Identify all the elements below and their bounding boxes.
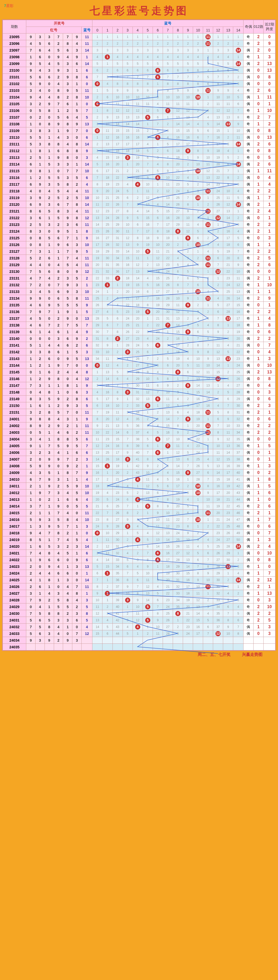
cell-trend-miss: 23 [112,181,123,188]
cell-trend-miss: 8 [223,174,233,181]
cell-trend-miss: 9 [153,235,163,242]
cell-trend-miss: 3 [173,630,183,637]
cell-trend-miss: 7 [163,369,173,375]
cell-trend-miss: 4 [223,148,233,154]
cell-trend-miss: 16 [92,469,103,476]
cell-trend-miss: 23 [173,523,183,530]
cell-trend-miss: 6 [203,127,213,134]
cell-trend-miss: 2 [92,141,103,148]
cell-qi: 奇 [243,148,253,154]
cell-trend-miss: 14 [193,382,203,389]
cell-qi: 偶 [243,81,253,87]
cell-issue: 24021 [3,550,26,557]
cell-trend-miss: 21 [163,248,173,255]
cell-012 [253,637,264,644]
cell-trend-miss: 7 [142,355,153,362]
cell-012: 0 [253,100,264,107]
cell-red: 9 [63,315,72,322]
cell-red: 2 [63,94,72,100]
cell-trend-miss: 18 [133,302,142,309]
cell-qi: 奇 [243,570,253,577]
cell-red: 9 [63,402,72,409]
cell-trend-miss: 1 [92,134,103,141]
cell-red: 1 [72,81,82,87]
cell-trend-miss: 1 [103,597,112,603]
cell-red: 4 [63,490,72,496]
cell-trend-miss: 5 [223,349,233,355]
cell-red: 3 [63,416,72,422]
table-row: 2310702056452913131356113133413138奇27 [3,114,275,121]
cell-trend-miss: 40 [112,603,123,610]
cell-trend-miss: 12 [153,530,163,536]
cell-red: 6 [26,201,36,208]
cell-trend-miss: 8 [233,255,243,261]
cell-trend-miss: 24 [233,362,243,369]
cell-trend-miss: 19 [103,409,112,416]
cell-trend-hit: 3 [123,154,133,161]
cell-red: 4 [44,47,54,54]
cell-blue: 1 [82,54,92,60]
cell-issue: 23109 [3,127,26,134]
cell-trend-miss: 3 [163,342,173,349]
cell-trend-miss: 11 [103,355,112,362]
cell-trend-miss: 9 [163,503,173,510]
cell-qi: 偶 [243,543,253,550]
hdr-trend-12: 12 [213,27,223,33]
cell-trend-hit: 12 [213,630,223,637]
cell-trend-miss: 36 [112,577,123,583]
cell-trend-miss: 9 [233,121,243,127]
cell-span: 7 [264,194,275,201]
cell-red: 5 [35,315,44,322]
cell-blue: 10 [82,94,92,100]
cell-012: 0 [253,389,264,396]
cell-trend-miss: 9 [103,114,112,121]
cell-qi: 奇 [243,456,253,463]
cell-trend-miss: 12 [92,442,103,449]
cell-red: 2 [54,221,63,228]
cell-qi: 奇 [243,603,253,610]
cell-trend-miss: 10 [92,429,103,436]
cell-red: 7 [63,322,72,329]
cell-trend-miss: 17 [133,295,142,302]
cell-012: 0 [253,375,264,382]
cell-red: 8 [72,201,82,208]
cell-trend-miss: 5 [193,228,203,235]
cell-span: 1 [264,409,275,416]
cell-trend-miss: 12 [133,261,142,268]
cell-trend-miss: 7 [193,563,203,570]
cell-012: 1 [253,476,264,483]
cell-red: 4 [54,342,63,349]
cell-trend-miss: 1 [153,442,163,449]
cell-trend-miss: 7 [123,201,133,208]
cell-trend-miss: 23 [92,282,103,288]
cell-blue: 11 [82,409,92,416]
cell-trend-miss: 8 [112,329,123,335]
cell-trend-miss: 23 [103,208,112,215]
cell-trend-miss: 6 [193,282,203,288]
cell-trend-miss: 15 [92,630,103,637]
cell-red: 2 [63,107,72,114]
cell-012: 1 [253,516,264,523]
cell-trend-miss: 12 [173,309,183,315]
cell-trend-miss: 8 [193,570,203,577]
cell-trend-miss: 18 [213,496,223,503]
cell-red: 2 [63,543,72,550]
cell-trend-miss: 17 [92,242,103,248]
cell-red: 9 [35,463,44,469]
cell-trend-miss: 2 [233,590,243,597]
cell-trend-miss: 8 [223,409,233,416]
cell-trend-miss: 18 [112,148,123,154]
cell-issue: 23126 [3,242,26,248]
cell-red: 7 [72,168,82,174]
cell-trend-miss: 3 [223,375,233,382]
cell-trend-miss: 10 [112,94,123,100]
cell-red: 5 [63,550,72,557]
cell-qi: 奇 [243,355,253,362]
cell-trend-miss: 12 [103,543,112,550]
cell-qi: 奇 [243,402,253,409]
table-row: 2313272079312311191551626876322412奇110 [3,282,275,288]
cell-trend-miss: 15 [183,127,193,134]
cell-trend-miss: 3 [193,114,203,121]
cell-trend-miss: 7 [203,557,213,563]
cell-blue: 2 [82,335,92,342]
